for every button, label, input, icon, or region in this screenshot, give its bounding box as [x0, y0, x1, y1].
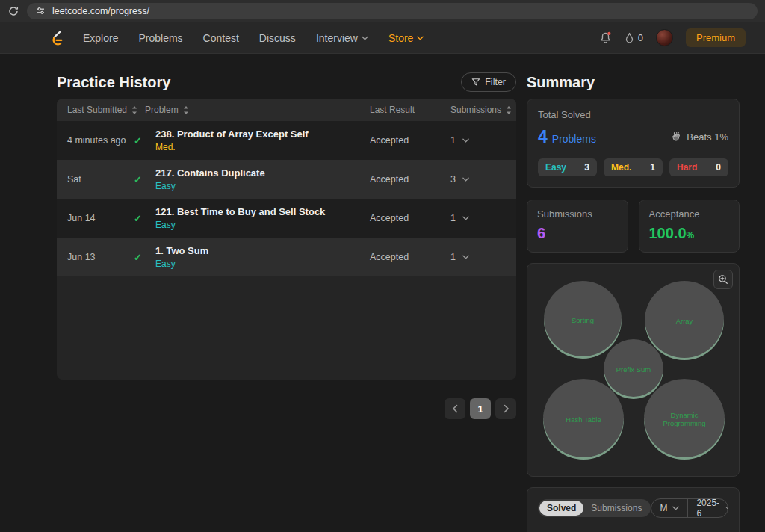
difficulty-pill-label: Hard: [677, 162, 697, 173]
activity-chart-card: Solved Submissions M 2025-6 10: [527, 487, 740, 532]
problem-title-link[interactable]: 121. Best Time to Buy and Sell Stock: [155, 206, 370, 217]
col-problem[interactable]: Problem: [145, 105, 370, 115]
difficulty-badge: Easy: [155, 181, 370, 191]
total-solved-label: Total Solved: [538, 109, 728, 120]
nav-item-store[interactable]: Store: [388, 32, 424, 44]
col-last-submitted[interactable]: Last Submitted: [57, 105, 145, 115]
tag-bubble-chart: SortingArrayPrefix SumHash TableDynamic …: [527, 263, 740, 477]
page-number-button[interactable]: 1: [470, 398, 491, 419]
nav-item-explore[interactable]: Explore: [83, 32, 118, 44]
nav-item-label: Store: [388, 32, 413, 44]
sort-icon: [131, 106, 137, 114]
funnel-icon: [471, 78, 480, 87]
streak-count: 0: [638, 32, 643, 43]
row-submissions-expander[interactable]: 1: [450, 252, 516, 262]
table-row: Jun 13✓1. Two SumEasyAccepted1: [57, 238, 516, 276]
submissions-card: Submissions 6: [527, 200, 628, 253]
submissions-count: 1: [450, 213, 456, 223]
toggle-solved[interactable]: Solved: [539, 501, 583, 516]
table-row: Jun 14✓121. Best Time to Buy and Sell St…: [57, 199, 516, 238]
site-settings-icon[interactable]: [36, 6, 46, 16]
row-problem: 121. Best Time to Buy and Sell StockEasy: [145, 206, 370, 230]
row-last-result: Accepted: [370, 252, 450, 262]
row-last-submitted: Jun 14: [57, 213, 134, 223]
problem-title-link[interactable]: 1. Two Sum: [155, 245, 370, 256]
address-bar[interactable]: leetcode.com/progress/: [27, 3, 758, 19]
row-last-submitted: Jun 13: [57, 252, 134, 262]
difficulty-pill-count: 3: [584, 162, 589, 173]
acceptance-label: Acceptance: [649, 208, 730, 220]
browser-toolbar: leetcode.com/progress/: [0, 0, 765, 22]
row-submissions-expander[interactable]: 3: [450, 174, 516, 185]
col-submissions[interactable]: Submissions: [450, 105, 516, 115]
tag-bubble-prefix-sum[interactable]: Prefix Sum: [604, 339, 663, 399]
acceptance-card: Acceptance 100.0%: [639, 200, 740, 253]
table-row: Sat✓217. Contains DuplicateEasyAccepted3: [57, 160, 516, 199]
chevron-down-icon: [462, 255, 469, 259]
total-solved-card: Total Solved 4Problems Beats 1% Easy3Med…: [527, 99, 740, 188]
chevron-down-icon: [462, 138, 469, 143]
difficulty-pill-med: Med.1: [604, 158, 663, 176]
difficulty-badge: Easy: [155, 259, 370, 269]
chart-mode-toggle: Solved Submissions: [538, 499, 651, 517]
chevron-down-icon: [417, 36, 424, 40]
row-last-result: Accepted: [370, 213, 450, 223]
solved-count: 4Problems: [538, 127, 596, 147]
daily-streak[interactable]: 0: [625, 32, 643, 44]
tag-bubble-sorting[interactable]: Sorting: [544, 281, 622, 359]
table-row: 4 minutes ago✓238. Product of Array Exce…: [57, 121, 516, 160]
prev-page-button[interactable]: [445, 398, 465, 419]
row-last-submitted: 4 minutes ago: [57, 135, 134, 146]
zoom-in-icon[interactable]: [713, 270, 733, 289]
nav-item-label: Interview: [316, 32, 358, 44]
sort-icon: [506, 106, 512, 114]
difficulty-pill-count: 0: [716, 162, 721, 173]
practice-history-table: Last Submitted Problem Last Result Submi…: [57, 99, 516, 380]
problem-title-link[interactable]: 238. Product of Array Except Self: [155, 129, 370, 140]
acceptance-value: 100.0%: [649, 225, 730, 242]
practice-history-title: Practice History: [57, 74, 170, 91]
nav-item-problems[interactable]: Problems: [138, 32, 182, 44]
url-text: leetcode.com/progress/: [52, 6, 149, 16]
table-header: Last Submitted Problem Last Result Submi…: [57, 99, 516, 121]
nav-item-interview[interactable]: Interview: [316, 32, 368, 44]
row-submissions-expander[interactable]: 1: [450, 135, 516, 146]
granularity-dropdown[interactable]: M: [651, 499, 687, 517]
submissions-count: 6: [537, 225, 618, 242]
row-problem: 1. Two SumEasy: [145, 245, 370, 269]
row-submissions-expander[interactable]: 1: [450, 213, 516, 223]
user-avatar[interactable]: [656, 29, 673, 46]
toggle-submissions[interactable]: Submissions: [583, 501, 649, 516]
month-dropdown[interactable]: 2025-6: [687, 499, 728, 517]
sort-icon: [183, 106, 189, 114]
chevron-down-icon: [362, 36, 368, 40]
clap-icon: [671, 132, 682, 143]
difficulty-badge: Easy: [155, 220, 370, 230]
chevron-down-icon: [462, 216, 469, 220]
nav-item-contest[interactable]: Contest: [203, 32, 239, 44]
check-icon: ✓: [134, 135, 145, 146]
tag-bubble-hash-table[interactable]: Hash Table: [543, 379, 624, 460]
reload-icon[interactable]: [7, 4, 20, 18]
site-navbar: ExploreProblemsContestDiscussInterviewSt…: [0, 22, 765, 54]
tag-bubble-dynamic-programming[interactable]: Dynamic Programming: [644, 379, 725, 460]
tag-bubble-array[interactable]: Array: [645, 281, 724, 360]
submissions-label: Submissions: [537, 208, 618, 220]
notifications-bell-icon[interactable]: [599, 31, 612, 44]
premium-button[interactable]: Premium: [686, 28, 746, 47]
pagination: 1: [57, 398, 516, 419]
table-empty-area: [57, 276, 516, 380]
difficulty-pill-label: Med.: [611, 162, 631, 173]
filter-button[interactable]: Filter: [461, 72, 516, 92]
row-last-result: Accepted: [370, 174, 450, 185]
nav-item-discuss[interactable]: Discuss: [259, 32, 296, 44]
submissions-count: 1: [450, 252, 456, 262]
col-last-result: Last Result: [370, 105, 450, 115]
leetcode-logo-icon[interactable]: [48, 29, 64, 47]
nav-menu: ExploreProblemsContestDiscussInterviewSt…: [83, 32, 424, 44]
difficulty-pill-label: Easy: [545, 162, 566, 173]
check-icon: ✓: [134, 174, 145, 185]
problem-title-link[interactable]: 217. Contains Duplicate: [155, 167, 370, 179]
row-last-result: Accepted: [370, 135, 450, 146]
next-page-button[interactable]: [495, 398, 516, 419]
